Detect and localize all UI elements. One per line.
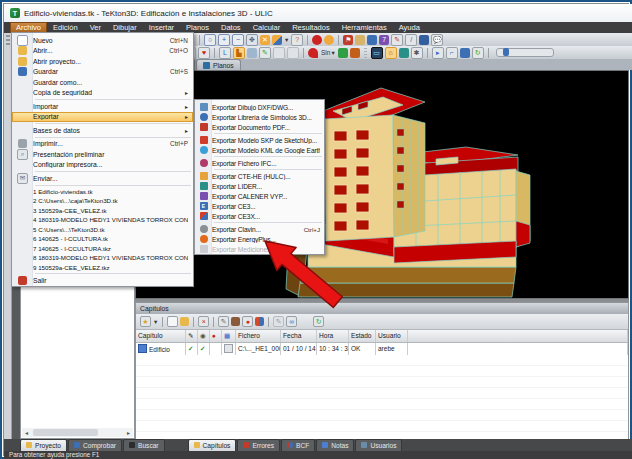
- notebook-icon[interactable]: [419, 35, 429, 45]
- export-calener-vyp[interactable]: Exportar CALENER VYP...: [195, 191, 324, 201]
- menu-calcular[interactable]: Calcular: [247, 22, 287, 33]
- export-ce3x[interactable]: Exportar CE3X...: [195, 211, 324, 221]
- col-status-dot-icon[interactable]: ●: [210, 330, 222, 342]
- menu-resultados[interactable]: Resultados: [286, 22, 336, 33]
- brush-icon[interactable]: [367, 35, 377, 45]
- slider-thumb[interactable]: [503, 48, 509, 56]
- menu-item-salir[interactable]: Salir: [12, 275, 193, 286]
- zoom-extents-icon[interactable]: ✕: [260, 35, 270, 45]
- col-fichero[interactable]: Fichero: [236, 330, 281, 342]
- chapter-star-icon[interactable]: ★: [140, 316, 151, 327]
- cube-icon[interactable]: [460, 48, 470, 58]
- open-chapter-icon[interactable]: [180, 317, 189, 326]
- menu-item-abrir-proyecto[interactable]: Abrir proyecto...: [12, 56, 193, 67]
- export-clavin[interactable]: Exportar Clavin... Ctrl+J: [195, 224, 324, 234]
- flag-icon[interactable]: ⚑: [343, 35, 353, 45]
- col-edit-icon[interactable]: ✎: [186, 330, 198, 342]
- tab-proyecto[interactable]: Proyecto: [20, 439, 67, 452]
- menu-item-presentacion-preliminar[interactable]: ⌕ Presentación preliminar: [12, 149, 193, 160]
- tab-errores[interactable]: Errores: [237, 439, 280, 452]
- menu-item-configurar-impresora[interactable]: Configurar impresora...: [12, 160, 193, 171]
- zoom-realtime-icon[interactable]: ○: [204, 34, 216, 46]
- export-simbolos-3d[interactable]: Exportar Librería de Símbolos 3D...: [195, 112, 324, 122]
- export-ifc[interactable]: Exportar Fichero IFC...: [195, 158, 324, 168]
- scroll-right-icon[interactable]: ▸: [124, 429, 133, 436]
- sun-sphere-icon[interactable]: [324, 35, 334, 45]
- recent-file-5[interactable]: 5 C:\Users\...\TeKton3D.tk: [12, 225, 193, 235]
- refresh-chapters-icon[interactable]: ↻: [313, 316, 324, 327]
- image-icon[interactable]: [247, 48, 257, 58]
- pin-icon[interactable]: [308, 48, 318, 58]
- tab-planos[interactable]: Planos: [196, 59, 241, 70]
- col-hora[interactable]: Hora: [317, 330, 349, 342]
- record-icon[interactable]: ●: [242, 316, 253, 327]
- redline-sphere-icon[interactable]: [312, 35, 322, 45]
- recent-file-8[interactable]: 8 180319-MODELO HEDY1 VIVIENDAS TORROX C…: [12, 253, 193, 263]
- sync-green-icon[interactable]: [338, 48, 348, 58]
- col-fecha[interactable]: Fecha: [281, 330, 317, 342]
- sln-dropdown[interactable]: Sln ▾: [319, 49, 337, 57]
- cell-checkbox[interactable]: [222, 343, 236, 355]
- recent-file-9[interactable]: 9 150529a-CEE_VELEZ.tkz: [12, 263, 193, 273]
- select-arrow-icon[interactable]: ▸: [432, 47, 444, 59]
- export-kml[interactable]: Exportar Modelo KML de Google Earth...: [195, 145, 324, 155]
- recent-file-4[interactable]: 4 180319-MODELO HEDY1 VIVIENDAS TORROX C…: [12, 215, 193, 225]
- recent-file-2[interactable]: 2 C:\Users\...\caja\TeKton3D.tk: [12, 196, 193, 206]
- menu-herramientas[interactable]: Herramientas: [336, 22, 393, 33]
- menu-item-bases-de-datos[interactable]: Bases de datos▸: [12, 125, 193, 136]
- favorite-heart-icon[interactable]: ♥: [198, 47, 210, 59]
- menu-item-nuevo[interactable]: NuevoCtrl+N: [12, 35, 193, 46]
- recent-file-6[interactable]: 6 140625 - I-CCULTURA.tk: [12, 234, 193, 244]
- help-pointer-icon[interactable]: ?: [291, 34, 303, 46]
- menu-item-copia-seguridad[interactable]: Copia de seguridad▸: [12, 88, 193, 99]
- menu-item-importar[interactable]: Importar▸: [12, 101, 193, 112]
- col-estado[interactable]: Estado: [349, 330, 376, 342]
- menu-item-guardar-como[interactable]: Guardar como...: [12, 77, 193, 88]
- menu-ayuda[interactable]: Ayuda: [393, 22, 426, 33]
- delete-chapter-icon[interactable]: ×: [198, 316, 209, 327]
- zoom-out-icon[interactable]: −: [232, 34, 244, 46]
- scroll-thumb[interactable]: [33, 429, 98, 436]
- recent-file-3[interactable]: 3 150529a-CEE_VELEZ.tk: [12, 206, 193, 216]
- sync-orange-icon[interactable]: [350, 48, 360, 58]
- palette-icon[interactable]: [355, 35, 365, 45]
- col-usuario[interactable]: Usuario: [376, 330, 408, 342]
- recent-file-7[interactable]: 7 140625 - I-CCULTURA.tkz: [12, 244, 193, 254]
- refresh-icon[interactable]: ↻: [472, 47, 484, 59]
- monitor-icon[interactable]: ▭: [371, 47, 383, 59]
- export-dxf-dwg[interactable]: Exportar Dibujo DXF/DWG...: [195, 102, 324, 112]
- col-eye-icon[interactable]: ◉: [198, 330, 210, 342]
- link-icon[interactable]: ∞: [286, 316, 297, 327]
- export-ce3[interactable]: E Exportar CE3...: [195, 201, 324, 211]
- export-energyplus[interactable]: Exportar EnergyPlus...: [195, 234, 324, 244]
- export-pdf[interactable]: Exportar Documento PDF...: [195, 122, 324, 132]
- export-lider[interactable]: Exportar LIDER...: [195, 181, 324, 191]
- pan-icon[interactable]: ✥: [246, 34, 258, 46]
- chapter-star-caret[interactable]: ▾: [152, 318, 159, 326]
- menu-item-enviar[interactable]: ✉ Enviar...: [12, 173, 193, 184]
- stamp-icon[interactable]: [231, 317, 240, 326]
- comment-icon[interactable]: 💬: [431, 34, 443, 46]
- home-icon[interactable]: ⌂: [385, 47, 397, 59]
- edit-chapter-icon[interactable]: ✎: [218, 316, 229, 327]
- zoom-in-icon[interactable]: +: [218, 34, 230, 46]
- views-dropdown-caret[interactable]: ▾: [283, 36, 290, 44]
- pencil-icon[interactable]: ✎: [391, 34, 403, 46]
- world-icon[interactable]: [399, 48, 409, 58]
- tab-capitulos[interactable]: Capítulos: [188, 439, 237, 452]
- chart-icon[interactable]: L: [219, 47, 231, 59]
- scroll-left-icon[interactable]: ◂: [22, 429, 31, 436]
- menu-item-imprimir[interactable]: Imprimir...Ctrl+P: [12, 139, 193, 150]
- transparency-slider[interactable]: [496, 48, 554, 57]
- measure-icon[interactable]: ⌐: [446, 47, 458, 59]
- tab-usuarios[interactable]: Usuarios: [355, 439, 402, 452]
- recent-file-1[interactable]: 1 Edificio-viviendas.tk: [12, 187, 193, 197]
- export-skp[interactable]: Exportar Modelo SKP de SketchUp...: [195, 135, 324, 145]
- horizontal-scrollbar[interactable]: ◂ ▸: [22, 428, 133, 437]
- edit-green-icon[interactable]: ✎: [259, 47, 271, 59]
- tab-notas[interactable]: Notas: [316, 439, 354, 452]
- new-chapter-icon[interactable]: [167, 316, 178, 327]
- menu-item-abrir[interactable]: Abrir...Ctrl+O: [12, 46, 193, 57]
- menu-datos[interactable]: Datos: [215, 22, 247, 33]
- menu-item-exportar[interactable]: Exportar▸: [12, 112, 193, 123]
